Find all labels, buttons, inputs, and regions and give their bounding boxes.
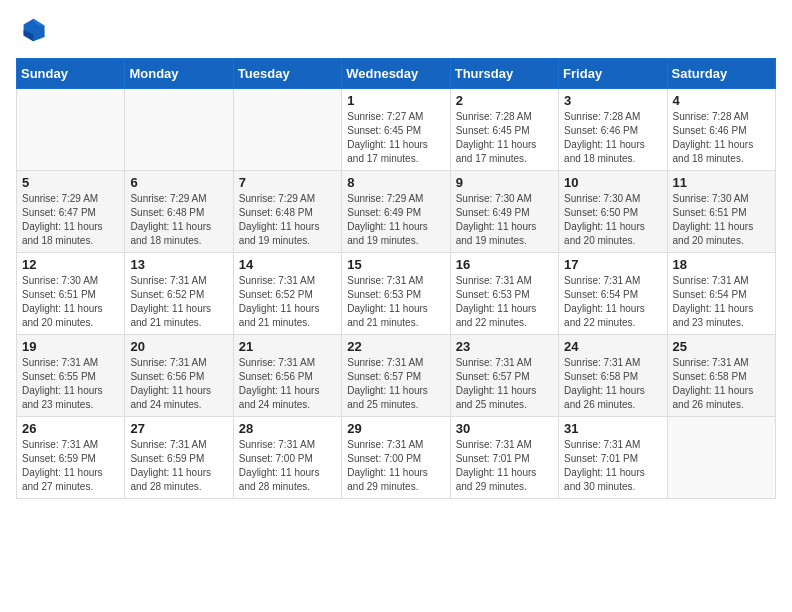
day-info: Sunset: 6:46 PM [673,124,770,138]
day-info: Sunset: 6:55 PM [22,370,119,384]
calendar-cell: 10Sunrise: 7:30 AMSunset: 6:50 PMDayligh… [559,171,667,253]
day-info: Sunrise: 7:28 AM [673,110,770,124]
day-info: Sunrise: 7:31 AM [347,274,444,288]
day-info: Daylight: 11 hours and 21 minutes. [239,302,336,330]
day-info: Sunrise: 7:29 AM [239,192,336,206]
calendar-cell: 24Sunrise: 7:31 AMSunset: 6:58 PMDayligh… [559,335,667,417]
day-number: 31 [564,421,661,436]
day-info: Daylight: 11 hours and 20 minutes. [673,220,770,248]
day-info: Sunset: 6:48 PM [130,206,227,220]
day-header-wednesday: Wednesday [342,59,450,89]
day-info: Daylight: 11 hours and 18 minutes. [673,138,770,166]
day-info: Sunset: 6:50 PM [564,206,661,220]
day-info: Daylight: 11 hours and 21 minutes. [347,302,444,330]
calendar-cell: 23Sunrise: 7:31 AMSunset: 6:57 PMDayligh… [450,335,558,417]
day-number: 3 [564,93,661,108]
day-info: Sunrise: 7:31 AM [239,356,336,370]
day-number: 13 [130,257,227,272]
day-number: 4 [673,93,770,108]
day-info: Sunrise: 7:30 AM [456,192,553,206]
day-number: 1 [347,93,444,108]
day-number: 11 [673,175,770,190]
calendar-cell: 22Sunrise: 7:31 AMSunset: 6:57 PMDayligh… [342,335,450,417]
day-info: Sunset: 6:51 PM [22,288,119,302]
day-info: Sunset: 7:00 PM [347,452,444,466]
day-info: Daylight: 11 hours and 28 minutes. [130,466,227,494]
svg-marker-0 [24,19,45,41]
day-info: Sunset: 7:01 PM [564,452,661,466]
calendar-cell: 17Sunrise: 7:31 AMSunset: 6:54 PMDayligh… [559,253,667,335]
calendar-cell: 26Sunrise: 7:31 AMSunset: 6:59 PMDayligh… [17,417,125,499]
day-info: Daylight: 11 hours and 20 minutes. [564,220,661,248]
day-info: Sunrise: 7:31 AM [347,356,444,370]
day-header-saturday: Saturday [667,59,775,89]
day-info: Daylight: 11 hours and 26 minutes. [564,384,661,412]
day-info: Sunrise: 7:31 AM [130,274,227,288]
calendar-cell: 5Sunrise: 7:29 AMSunset: 6:47 PMDaylight… [17,171,125,253]
day-info: Sunrise: 7:30 AM [673,192,770,206]
calendar-week-row: 1Sunrise: 7:27 AMSunset: 6:45 PMDaylight… [17,89,776,171]
calendar-cell: 6Sunrise: 7:29 AMSunset: 6:48 PMDaylight… [125,171,233,253]
day-info: Sunset: 6:49 PM [456,206,553,220]
day-info: Daylight: 11 hours and 22 minutes. [564,302,661,330]
day-info: Sunset: 6:53 PM [456,288,553,302]
day-number: 9 [456,175,553,190]
day-info: Sunset: 6:45 PM [347,124,444,138]
calendar-cell [233,89,341,171]
day-header-thursday: Thursday [450,59,558,89]
calendar-cell: 2Sunrise: 7:28 AMSunset: 6:45 PMDaylight… [450,89,558,171]
calendar-cell: 18Sunrise: 7:31 AMSunset: 6:54 PMDayligh… [667,253,775,335]
day-number: 16 [456,257,553,272]
day-info: Daylight: 11 hours and 25 minutes. [456,384,553,412]
day-info: Sunset: 7:00 PM [239,452,336,466]
calendar-cell: 27Sunrise: 7:31 AMSunset: 6:59 PMDayligh… [125,417,233,499]
calendar-week-row: 19Sunrise: 7:31 AMSunset: 6:55 PMDayligh… [17,335,776,417]
day-info: Sunrise: 7:29 AM [347,192,444,206]
calendar-cell: 28Sunrise: 7:31 AMSunset: 7:00 PMDayligh… [233,417,341,499]
day-info: Daylight: 11 hours and 19 minutes. [347,220,444,248]
day-number: 6 [130,175,227,190]
day-info: Sunrise: 7:29 AM [22,192,119,206]
day-info: Daylight: 11 hours and 23 minutes. [22,384,119,412]
calendar-cell: 14Sunrise: 7:31 AMSunset: 6:52 PMDayligh… [233,253,341,335]
calendar-week-row: 26Sunrise: 7:31 AMSunset: 6:59 PMDayligh… [17,417,776,499]
day-info: Daylight: 11 hours and 19 minutes. [456,220,553,248]
day-info: Sunset: 6:56 PM [239,370,336,384]
day-number: 5 [22,175,119,190]
day-info: Daylight: 11 hours and 18 minutes. [564,138,661,166]
day-info: Sunset: 6:52 PM [130,288,227,302]
day-number: 14 [239,257,336,272]
day-number: 8 [347,175,444,190]
calendar-cell: 4Sunrise: 7:28 AMSunset: 6:46 PMDaylight… [667,89,775,171]
page-header [16,16,776,44]
day-info: Sunset: 6:51 PM [673,206,770,220]
day-number: 15 [347,257,444,272]
day-info: Daylight: 11 hours and 29 minutes. [347,466,444,494]
day-info: Daylight: 11 hours and 21 minutes. [130,302,227,330]
day-info: Daylight: 11 hours and 24 minutes. [239,384,336,412]
day-info: Daylight: 11 hours and 18 minutes. [22,220,119,248]
day-number: 22 [347,339,444,354]
day-info: Sunset: 6:57 PM [456,370,553,384]
calendar-cell [667,417,775,499]
calendar-header-row: SundayMondayTuesdayWednesdayThursdayFrid… [17,59,776,89]
day-number: 12 [22,257,119,272]
day-info: Daylight: 11 hours and 25 minutes. [347,384,444,412]
day-info: Sunset: 6:49 PM [347,206,444,220]
day-info: Daylight: 11 hours and 20 minutes. [22,302,119,330]
day-info: Daylight: 11 hours and 28 minutes. [239,466,336,494]
day-info: Sunrise: 7:31 AM [456,356,553,370]
day-info: Sunrise: 7:31 AM [239,438,336,452]
calendar-cell: 31Sunrise: 7:31 AMSunset: 7:01 PMDayligh… [559,417,667,499]
calendar-cell: 13Sunrise: 7:31 AMSunset: 6:52 PMDayligh… [125,253,233,335]
calendar-cell: 29Sunrise: 7:31 AMSunset: 7:00 PMDayligh… [342,417,450,499]
calendar-cell [17,89,125,171]
day-info: Sunset: 6:58 PM [673,370,770,384]
day-info: Sunrise: 7:31 AM [347,438,444,452]
day-info: Daylight: 11 hours and 24 minutes. [130,384,227,412]
day-number: 10 [564,175,661,190]
day-info: Daylight: 11 hours and 23 minutes. [673,302,770,330]
calendar-cell: 7Sunrise: 7:29 AMSunset: 6:48 PMDaylight… [233,171,341,253]
calendar-table: SundayMondayTuesdayWednesdayThursdayFrid… [16,58,776,499]
calendar-week-row: 5Sunrise: 7:29 AMSunset: 6:47 PMDaylight… [17,171,776,253]
